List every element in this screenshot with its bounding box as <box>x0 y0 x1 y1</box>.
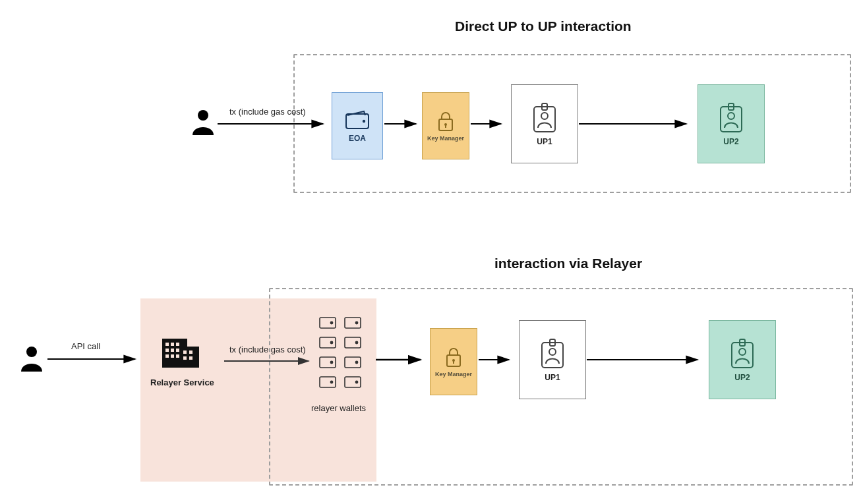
id-badge-icon <box>728 337 757 370</box>
svg-point-37 <box>355 322 357 323</box>
svg-point-47 <box>330 381 332 383</box>
tx-label-bottom: tx (include gas cost) <box>229 345 306 354</box>
svg-rect-20 <box>165 343 169 346</box>
svg-rect-23 <box>165 349 169 352</box>
svg-rect-22 <box>176 343 179 346</box>
svg-rect-40 <box>345 337 361 348</box>
id-badge-icon <box>530 101 559 134</box>
svg-rect-28 <box>176 354 179 358</box>
svg-rect-31 <box>183 356 187 360</box>
user-icon <box>191 109 215 136</box>
arrow-km-up1-bottom <box>479 356 517 370</box>
node-up2-label-top: UP2 <box>723 137 738 146</box>
svg-point-41 <box>355 341 357 343</box>
svg-rect-30 <box>189 350 193 354</box>
svg-rect-24 <box>171 349 174 352</box>
arrow-up1-up2-bottom <box>587 356 705 370</box>
relayer-wallets-label: relayer wallets <box>311 403 366 413</box>
svg-rect-29 <box>183 350 187 354</box>
wallet-icon <box>344 109 371 131</box>
svg-point-0 <box>198 110 208 121</box>
node-up1-bottom: UP1 <box>519 320 586 399</box>
svg-point-49 <box>355 381 357 383</box>
relayer-service-label: Relayer Service <box>150 378 214 387</box>
id-badge-icon <box>717 101 746 134</box>
node-key-manager-top: Key Manager <box>422 92 469 159</box>
arrow-user-eoa <box>218 121 331 134</box>
arrow-wallets-km <box>376 356 429 370</box>
svg-point-57 <box>549 349 556 355</box>
node-up2-bottom: UP2 <box>709 320 776 399</box>
node-up1-label-top: UP1 <box>537 137 552 146</box>
title-top: Direct UP to UP interaction <box>455 18 632 34</box>
node-key-manager-bottom: Key Manager <box>430 328 477 395</box>
relayer-wallets-group <box>318 315 365 402</box>
svg-rect-36 <box>345 318 361 328</box>
node-eoa: EOA <box>332 92 383 159</box>
svg-point-35 <box>330 322 332 323</box>
lock-icon <box>436 110 456 132</box>
lock-icon <box>444 346 463 368</box>
svg-point-61 <box>739 349 746 355</box>
user-icon <box>20 345 44 373</box>
svg-rect-48 <box>345 377 361 387</box>
arrow-km-up1-top <box>471 121 509 134</box>
node-up2-top: UP2 <box>698 84 765 163</box>
node-up1-label-bottom: UP1 <box>545 373 560 382</box>
svg-point-11 <box>541 113 548 119</box>
wallet-icon <box>318 315 365 399</box>
title-bottom: interaction via Relayer <box>494 256 642 271</box>
arrow-up1-up2-top <box>579 121 694 134</box>
svg-point-3 <box>363 120 365 123</box>
id-badge-icon <box>538 337 567 370</box>
node-eoa-label: EOA <box>349 134 366 143</box>
svg-point-16 <box>26 347 37 357</box>
arrow-relayer-wallets <box>224 358 316 371</box>
api-call-label: API call <box>71 341 100 351</box>
diagram-canvas: Direct UP to UP interaction tx (include … <box>0 0 861 504</box>
svg-rect-44 <box>345 357 361 368</box>
building-icon <box>161 335 202 373</box>
svg-point-39 <box>330 341 332 343</box>
node-up1-top: UP1 <box>511 84 578 163</box>
svg-rect-27 <box>171 354 174 358</box>
tx-label-top: tx (include gas cost) <box>229 107 306 117</box>
svg-rect-26 <box>165 354 169 358</box>
node-up2-label-bottom: UP2 <box>734 373 750 382</box>
svg-rect-25 <box>176 349 179 352</box>
arrow-eoa-km <box>384 121 424 134</box>
node-km-label-top: Key Manager <box>427 135 464 142</box>
svg-point-43 <box>330 361 332 363</box>
arrow-user-relayer <box>47 356 143 369</box>
svg-rect-21 <box>171 343 174 346</box>
node-km-label-bottom: Key Manager <box>435 371 472 378</box>
svg-point-45 <box>355 361 357 363</box>
svg-point-15 <box>728 113 734 119</box>
svg-rect-32 <box>189 356 193 360</box>
